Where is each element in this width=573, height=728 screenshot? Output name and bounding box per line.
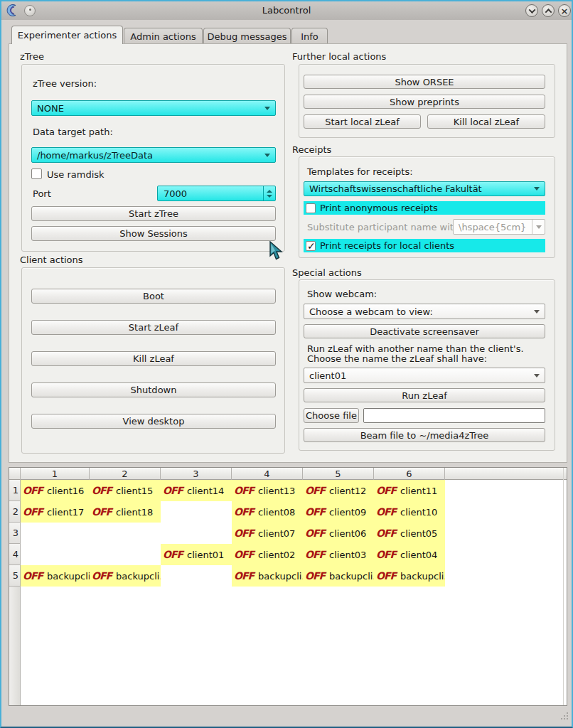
client-cell[interactable] <box>21 544 90 565</box>
port-value: 7000 <box>158 186 263 200</box>
start-ztree-button[interactable]: Start zTree <box>31 206 276 221</box>
templates-combobox[interactable]: Wirtschaftswissenschaftliche Fakultät <box>304 181 545 196</box>
use-ramdisk-checkbox[interactable] <box>31 168 42 179</box>
data-target-path-value: /home/markus/zTreeData <box>37 150 153 161</box>
minimize-button[interactable] <box>525 4 538 17</box>
row-header[interactable]: 1 <box>9 480 21 501</box>
column-header[interactable]: 4 <box>232 468 303 480</box>
tab-label: Admin actions <box>130 31 196 42</box>
zleaf-name-combobox[interactable]: client01 <box>304 368 545 383</box>
client-cell[interactable] <box>161 565 232 587</box>
zleaf-name-line1: Run zLeaf with another name than the cli… <box>307 343 524 354</box>
beam-file-button[interactable]: Beam file to ~/media4zTree <box>304 428 545 442</box>
show-orsee-button[interactable]: Show ORSEE <box>304 75 545 89</box>
client-cell[interactable]: OFFclient04 <box>374 544 445 565</box>
status-off-icon: OFF <box>305 549 325 560</box>
status-off-icon: OFF <box>376 570 396 582</box>
file-path-input[interactable] <box>363 408 545 423</box>
client-cell[interactable] <box>161 501 232 523</box>
start-local-zleaf-button[interactable]: Start local zLeaf <box>304 114 421 129</box>
boot-button[interactable]: Boot <box>31 289 276 304</box>
show-sessions-button[interactable]: Show Sessions <box>31 226 276 241</box>
port-label: Port <box>33 188 51 199</box>
row-header[interactable]: 2 <box>9 501 21 523</box>
client-cell[interactable]: OFFclient15 <box>90 480 161 501</box>
column-header[interactable]: 3 <box>161 468 232 480</box>
view-desktop-button[interactable]: View desktop <box>31 414 276 429</box>
kill-zleaf-button[interactable]: Kill zLeaf <box>31 351 276 366</box>
client-cell[interactable]: OFFbackupcli... <box>374 565 445 587</box>
print-local-receipts-checkbox[interactable] <box>306 241 316 251</box>
tab-debug-messages[interactable]: Debug messages <box>203 28 291 44</box>
print-anonymous-row[interactable]: Print anonymous receipts <box>304 201 545 215</box>
titlebar[interactable]: Labcontrol × <box>1 1 572 20</box>
templates-value: Wirtschaftswissenschaftliche Fakultät <box>309 183 482 194</box>
client-cell[interactable]: OFFclient07 <box>232 523 303 544</box>
column-header[interactable]: 1 <box>21 468 90 480</box>
close-button[interactable]: × <box>558 4 571 17</box>
client-cell[interactable]: OFFclient12 <box>303 480 374 501</box>
status-off-icon: OFF <box>234 506 254 518</box>
webcam-combobox[interactable]: Choose a webcam to view: <box>304 304 545 319</box>
choose-file-button[interactable]: Choose file <box>304 408 359 423</box>
print-local-receipts-row[interactable]: Print receipts for local clients <box>304 239 545 252</box>
ztree-version-combobox[interactable]: NONE <box>31 100 276 116</box>
client-cell[interactable] <box>90 523 161 544</box>
column-header[interactable]: 2 <box>90 468 161 480</box>
start-zleaf-button[interactable]: Start zLeaf <box>31 320 276 335</box>
client-cell[interactable]: OFFclient08 <box>232 501 303 523</box>
client-cell[interactable]: OFFbackupcli... <box>232 565 303 587</box>
client-cell[interactable]: OFFclient17 <box>21 501 90 523</box>
client-cell[interactable]: OFFbackupcli... <box>90 565 161 587</box>
port-spinbox[interactable]: 7000 <box>157 186 276 201</box>
window-title: Labcontrol <box>1 5 572 16</box>
show-preprints-button[interactable]: Show preprints <box>304 95 545 109</box>
tab-experimenter-actions[interactable]: Experimenter actions <box>11 26 123 44</box>
substitute-name-value: \hspace{5cm} <box>459 222 526 232</box>
client-cell[interactable] <box>161 523 232 544</box>
row-header[interactable]: 3 <box>9 523 21 544</box>
status-off-icon: OFF <box>376 528 396 539</box>
tab-label: Experimenter actions <box>18 30 117 41</box>
print-anonymous-checkbox[interactable] <box>306 203 316 213</box>
client-cell[interactable] <box>21 523 90 544</box>
shutdown-button[interactable]: Shutdown <box>31 382 276 397</box>
maximize-button[interactable] <box>542 4 555 17</box>
client-cell[interactable]: OFFclient18 <box>90 501 161 523</box>
client-cell[interactable]: OFFclient11 <box>374 480 445 501</box>
client-cell[interactable]: OFFclient14 <box>161 480 232 501</box>
templates-label: Templates for receipts: <box>307 166 413 177</box>
client-cell[interactable]: OFFclient01 <box>161 544 232 565</box>
status-off-icon: OFF <box>23 485 43 496</box>
row-header[interactable]: 4 <box>9 544 21 565</box>
print-local-receipts-label: Print receipts for local clients <box>320 240 454 251</box>
client-status-table: 1234561OFFclient16OFFclient15OFFclient14… <box>9 467 567 706</box>
client-cell[interactable]: OFFbackupcli... <box>21 565 90 587</box>
row-header[interactable]: 5 <box>9 565 21 587</box>
status-off-icon: OFF <box>92 485 112 496</box>
deactivate-screensaver-button[interactable]: Deactivate screensaver <box>304 324 545 338</box>
client-cell[interactable]: OFFclient02 <box>232 544 303 565</box>
client-cell[interactable]: OFFbackupcli... <box>303 565 374 587</box>
kill-local-zleaf-button[interactable]: Kill local zLeaf <box>427 114 545 129</box>
spinner-buttons[interactable] <box>263 186 275 200</box>
client-cell[interactable]: OFFclient10 <box>374 501 445 523</box>
client-name: client07 <box>258 528 295 539</box>
client-cell[interactable] <box>90 544 161 565</box>
column-header[interactable]: 6 <box>374 468 445 480</box>
data-target-path-combobox[interactable]: /home/markus/zTreeData <box>31 147 276 163</box>
client-cell[interactable]: OFFclient06 <box>303 523 374 544</box>
special-actions-group-title: Special actions <box>292 267 362 278</box>
client-cell[interactable]: OFFclient09 <box>303 501 374 523</box>
resize-grip[interactable] <box>559 710 569 724</box>
client-cell[interactable]: OFFclient05 <box>374 523 445 544</box>
client-cell[interactable]: OFFclient16 <box>21 480 90 501</box>
client-name: client01 <box>187 550 224 560</box>
client-cell[interactable]: OFFclient03 <box>303 544 374 565</box>
tab-info[interactable]: Info <box>291 28 328 44</box>
client-cell[interactable]: OFFclient13 <box>232 480 303 501</box>
print-anonymous-label: Print anonymous receipts <box>320 203 438 213</box>
tab-admin-actions[interactable]: Admin actions <box>124 28 203 44</box>
run-zleaf-button[interactable]: Run zLeaf <box>304 388 545 402</box>
column-header[interactable]: 5 <box>303 468 374 480</box>
